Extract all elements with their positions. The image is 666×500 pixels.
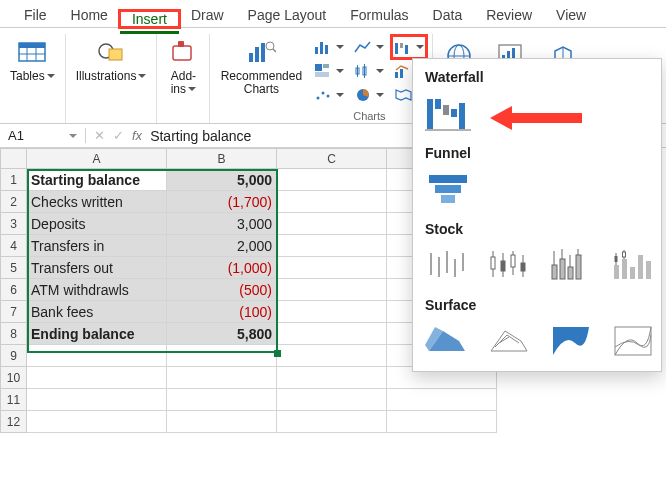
- cell[interactable]: (1,000): [167, 257, 277, 279]
- tab-review[interactable]: Review: [474, 2, 544, 27]
- cell[interactable]: [387, 389, 497, 411]
- illustrations-button[interactable]: Illustrations: [72, 34, 151, 85]
- cell[interactable]: (100): [167, 301, 277, 323]
- stock-thumb-4[interactable]: [611, 245, 655, 285]
- tab-page-layout[interactable]: Page Layout: [236, 2, 339, 27]
- column-chart-button[interactable]: [312, 36, 346, 58]
- cell[interactable]: [277, 301, 387, 323]
- cell[interactable]: Bank fees: [27, 301, 167, 323]
- pie-chart-button[interactable]: [352, 84, 386, 106]
- name-box[interactable]: A1: [0, 128, 86, 143]
- cell[interactable]: 5,800: [167, 323, 277, 345]
- waterfall-thumb[interactable]: [425, 93, 471, 133]
- cell[interactable]: [167, 367, 277, 389]
- cell[interactable]: Transfers out: [27, 257, 167, 279]
- svg-rect-11: [261, 43, 265, 62]
- svg-rect-63: [552, 265, 557, 279]
- funnel-thumb[interactable]: [425, 169, 471, 209]
- cell[interactable]: [277, 345, 387, 367]
- hierarchy-chart-button[interactable]: [312, 60, 346, 82]
- tab-view[interactable]: View: [544, 2, 598, 27]
- stock-thumb-2[interactable]: [487, 245, 531, 285]
- cell[interactable]: 3,000: [167, 213, 277, 235]
- tab-data[interactable]: Data: [421, 2, 475, 27]
- column-header-B[interactable]: B: [167, 149, 277, 169]
- tables-button[interactable]: Tables: [6, 34, 59, 85]
- select-all-corner[interactable]: [1, 149, 27, 169]
- cell[interactable]: Ending balance: [27, 323, 167, 345]
- row-header[interactable]: 7: [1, 301, 27, 323]
- cell[interactable]: [167, 411, 277, 433]
- row-header[interactable]: 8: [1, 323, 27, 345]
- cell[interactable]: [277, 389, 387, 411]
- cell[interactable]: [277, 235, 387, 257]
- surface-thumb-2[interactable]: [487, 321, 531, 361]
- cell[interactable]: [277, 411, 387, 433]
- surface-thumb-1[interactable]: [425, 321, 469, 361]
- row-header[interactable]: 11: [1, 389, 27, 411]
- cell[interactable]: [167, 389, 277, 411]
- svg-rect-19: [405, 45, 408, 54]
- surface-thumb-4[interactable]: [611, 321, 655, 361]
- tab-insert[interactable]: Insert: [120, 6, 179, 34]
- cancel-icon[interactable]: ✕: [94, 128, 105, 143]
- row-header[interactable]: 2: [1, 191, 27, 213]
- cell[interactable]: Deposits: [27, 213, 167, 235]
- cell[interactable]: Checks written: [27, 191, 167, 213]
- line-chart-button[interactable]: [352, 36, 386, 58]
- cell[interactable]: [277, 257, 387, 279]
- cell[interactable]: (500): [167, 279, 277, 301]
- row-header[interactable]: 3: [1, 213, 27, 235]
- row-header[interactable]: 6: [1, 279, 27, 301]
- addins-button[interactable]: Add- ins: [163, 34, 203, 98]
- row-header[interactable]: 9: [1, 345, 27, 367]
- cell[interactable]: [27, 367, 167, 389]
- tab-home[interactable]: Home: [59, 2, 120, 27]
- cell[interactable]: [27, 345, 167, 367]
- cell[interactable]: [27, 389, 167, 411]
- svg-rect-45: [459, 103, 465, 129]
- row-header[interactable]: 4: [1, 235, 27, 257]
- stock-thumb-3[interactable]: [549, 245, 593, 285]
- chart-type-grid: [312, 34, 426, 106]
- cell[interactable]: [277, 213, 387, 235]
- column-header-C[interactable]: C: [277, 149, 387, 169]
- tables-label: Tables: [10, 70, 55, 83]
- column-header-A[interactable]: A: [27, 149, 167, 169]
- cell[interactable]: 5,000: [167, 169, 277, 191]
- row-header[interactable]: 5: [1, 257, 27, 279]
- recommended-charts-button[interactable]: Recommended Charts: [216, 34, 306, 98]
- surface-thumb-3[interactable]: [549, 321, 593, 361]
- waterfall-chart-button[interactable]: [392, 36, 426, 58]
- svg-point-12: [266, 42, 274, 50]
- enter-icon[interactable]: ✓: [113, 128, 124, 143]
- tab-file[interactable]: File: [12, 2, 59, 27]
- cell[interactable]: [387, 411, 497, 433]
- statistic-chart-button[interactable]: [352, 60, 386, 82]
- cell[interactable]: [277, 169, 387, 191]
- cell[interactable]: Transfers in: [27, 235, 167, 257]
- cell[interactable]: 2,000: [167, 235, 277, 257]
- formula-input[interactable]: Starting balance: [150, 128, 251, 144]
- tab-draw[interactable]: Draw: [179, 2, 236, 27]
- cell[interactable]: Starting balance: [27, 169, 167, 191]
- fx-icon[interactable]: fx: [132, 128, 142, 143]
- cell[interactable]: (1,700): [167, 191, 277, 213]
- cell[interactable]: [277, 323, 387, 345]
- scatter-chart-button[interactable]: [312, 84, 346, 106]
- cell[interactable]: [277, 279, 387, 301]
- stock-thumb-1[interactable]: [425, 245, 469, 285]
- cell[interactable]: [277, 367, 387, 389]
- svg-rect-65: [568, 267, 573, 279]
- row-header[interactable]: 12: [1, 411, 27, 433]
- panel-section-funnel: Funnel: [425, 145, 649, 161]
- row-header[interactable]: 10: [1, 367, 27, 389]
- tab-formulas[interactable]: Formulas: [338, 2, 420, 27]
- group-addins: Add- ins: [157, 34, 210, 123]
- cell[interactable]: [27, 411, 167, 433]
- row-header[interactable]: 1: [1, 169, 27, 191]
- cell[interactable]: [277, 191, 387, 213]
- svg-rect-17: [395, 43, 398, 54]
- cell[interactable]: [167, 345, 277, 367]
- cell[interactable]: ATM withdrawls: [27, 279, 167, 301]
